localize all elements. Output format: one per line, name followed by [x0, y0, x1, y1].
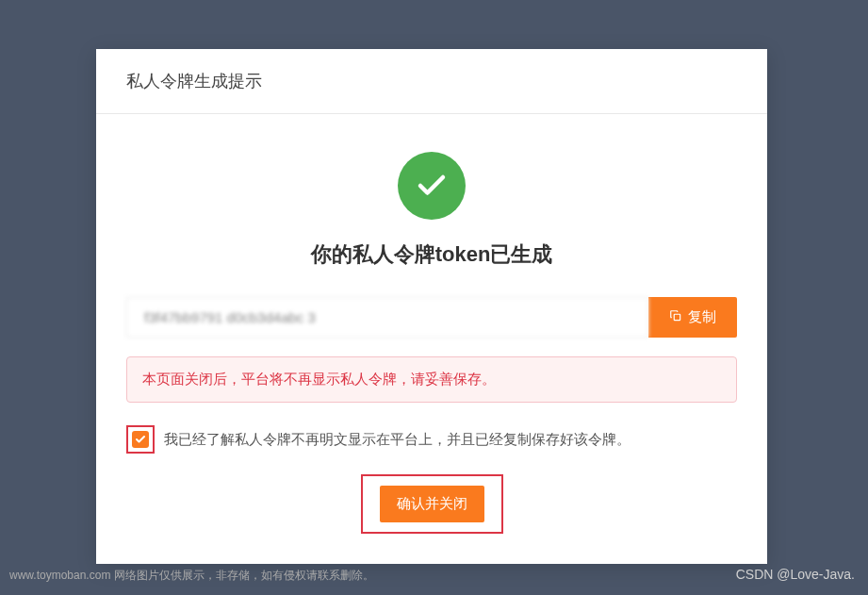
modal-title: 私人令牌生成提示: [126, 70, 737, 92]
confirm-close-button[interactable]: 确认并关闭: [380, 486, 484, 522]
token-modal: 私人令牌生成提示 你的私人令牌token已生成 f3f47bb9791 d0cb…: [96, 49, 767, 564]
modal-body: 你的私人令牌token已生成 f3f47bb9791 d0cb3d4abc 3 …: [96, 114, 767, 564]
svg-rect-0: [674, 314, 680, 320]
copy-label: 复制: [688, 308, 716, 326]
footer-watermark: CSDN @Love-Java.: [736, 567, 855, 582]
copy-icon: [669, 309, 682, 325]
copy-button[interactable]: 复制: [648, 297, 737, 338]
modal-header: 私人令牌生成提示: [96, 49, 767, 114]
consent-checkbox[interactable]: [132, 431, 149, 448]
token-row: f3f47bb9791 d0cb3d4abc 3 复制: [126, 297, 737, 338]
success-heading: 你的私人令牌token已生成: [126, 240, 737, 269]
warning-box: 本页面关闭后，平台将不再显示私人令牌，请妥善保存。: [126, 356, 737, 403]
consent-text: 我已经了解私人令牌不再明文显示在平台上，并且已经复制保存好该令牌。: [164, 431, 737, 449]
footer-attribution: www.toymoban.com 网络图片仅供展示，非存储，如有侵权请联系删除。: [9, 568, 374, 584]
token-value: f3f47bb9791 d0cb3d4abc 3: [126, 297, 648, 338]
consent-row: 我已经了解私人令牌不再明文显示在平台上，并且已经复制保存好该令牌。: [126, 425, 737, 454]
consent-checkbox-highlight: [126, 425, 155, 454]
warning-text: 本页面关闭后，平台将不再显示私人令牌，请妥善保存。: [142, 371, 496, 387]
confirm-button-highlight: 确认并关闭: [361, 474, 503, 534]
success-check-icon: [398, 152, 466, 220]
